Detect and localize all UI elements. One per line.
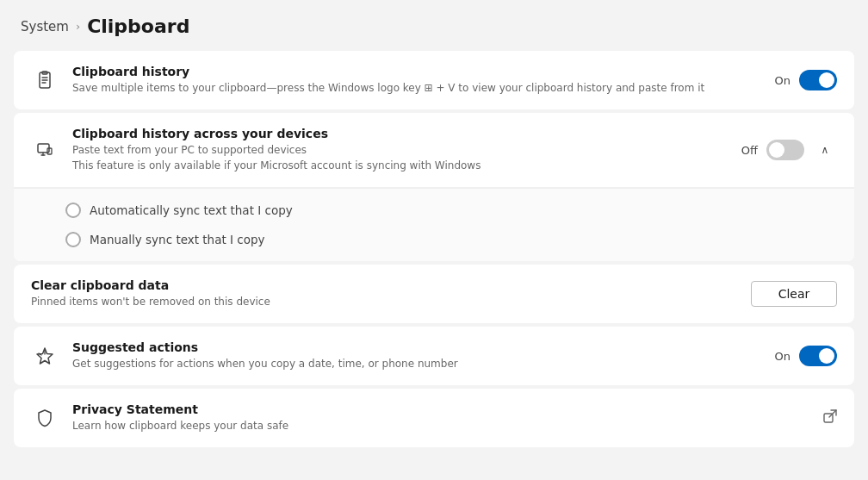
- system-breadcrumb[interactable]: System: [21, 19, 69, 34]
- manual-sync-radio-row[interactable]: Manually sync text that I copy: [65, 232, 834, 247]
- suggested-actions-row: Suggested actions Get suggestions for ac…: [14, 327, 854, 385]
- toggle-thumb-3: [819, 348, 834, 364]
- suggested-actions-text: Suggested actions Get suggestions for ac…: [72, 340, 761, 371]
- privacy-statement-text: Privacy Statement Learn how clipboard ke…: [72, 402, 809, 433]
- clear-clipboard-desc: Pinned items won't be removed on this de…: [31, 294, 737, 309]
- clipboard-across-expand[interactable]: ∧: [813, 138, 837, 162]
- clear-clipboard-control: Clear: [751, 281, 837, 307]
- privacy-statement-desc: Learn how clipboard keeps your data safe: [72, 418, 809, 433]
- clipboard-history-icon: [31, 66, 59, 94]
- sync-options-section: Automatically sync text that I copy Manu…: [14, 188, 854, 261]
- clipboard-across-devices-row: Clipboard history across your devices Pa…: [14, 113, 854, 188]
- clipboard-across-title: Clipboard history across your devices: [72, 127, 728, 140]
- clipboard-history-control: On: [775, 70, 837, 90]
- clipboard-across-devices-card: Clipboard history across your devices Pa…: [14, 113, 854, 261]
- clipboard-history-status: On: [775, 74, 790, 87]
- suggested-actions-icon: [31, 342, 59, 370]
- auto-sync-label: Automatically sync text that I copy: [90, 203, 293, 217]
- privacy-statement-title: Privacy Statement: [72, 402, 809, 416]
- clipboard-across-status: Off: [741, 144, 758, 157]
- toggle-thumb-2: [769, 142, 784, 158]
- auto-sync-radio[interactable]: [65, 203, 81, 218]
- suggested-actions-control: On: [775, 346, 837, 366]
- auto-sync-radio-row[interactable]: Automatically sync text that I copy: [65, 203, 834, 218]
- main-content: Clipboard history Save multiple items to…: [0, 47, 868, 461]
- manual-sync-label: Manually sync text that I copy: [90, 233, 265, 246]
- clipboard-across-desc: Paste text from your PC to supported dev…: [72, 142, 728, 173]
- toggle-thumb: [819, 72, 834, 88]
- clear-clipboard-title: Clear clipboard data: [31, 278, 737, 292]
- clipboard-history-text: Clipboard history Save multiple items to…: [72, 65, 761, 96]
- clipboard-across-toggle[interactable]: [766, 140, 804, 160]
- privacy-statement-row[interactable]: Privacy Statement Learn how clipboard ke…: [14, 389, 854, 447]
- privacy-icon: [31, 404, 59, 432]
- clear-clipboard-row: Clear clipboard data Pinned items won't …: [14, 265, 854, 323]
- external-link-icon: [823, 409, 837, 427]
- page-header: System › Clipboard: [0, 0, 868, 47]
- clipboard-history-desc: Save multiple items to your clipboard—pr…: [72, 80, 761, 96]
- clipboard-devices-icon: [31, 136, 59, 164]
- breadcrumb-chevron: ›: [76, 20, 80, 33]
- clear-button[interactable]: Clear: [751, 281, 837, 307]
- clipboard-history-card: Clipboard history Save multiple items to…: [14, 51, 854, 109]
- clipboard-across-control: Off ∧: [741, 138, 837, 162]
- clipboard-across-text: Clipboard history across your devices Pa…: [72, 127, 728, 173]
- suggested-actions-desc: Get suggestions for actions when you cop…: [72, 356, 761, 371]
- clipboard-history-row: Clipboard history Save multiple items to…: [14, 51, 854, 109]
- clipboard-history-title: Clipboard history: [72, 65, 761, 78]
- page-title: Clipboard: [87, 16, 189, 37]
- clear-clipboard-card: Clear clipboard data Pinned items won't …: [14, 265, 854, 323]
- suggested-actions-status: On: [775, 350, 790, 363]
- clipboard-history-toggle[interactable]: [799, 70, 837, 90]
- suggested-actions-title: Suggested actions: [72, 340, 761, 354]
- suggested-actions-card: Suggested actions Get suggestions for ac…: [14, 327, 854, 385]
- privacy-statement-control: [823, 409, 837, 427]
- suggested-actions-toggle[interactable]: [799, 346, 837, 366]
- privacy-statement-card: Privacy Statement Learn how clipboard ke…: [14, 389, 854, 447]
- clear-clipboard-text: Clear clipboard data Pinned items won't …: [31, 278, 737, 309]
- manual-sync-radio[interactable]: [65, 232, 81, 247]
